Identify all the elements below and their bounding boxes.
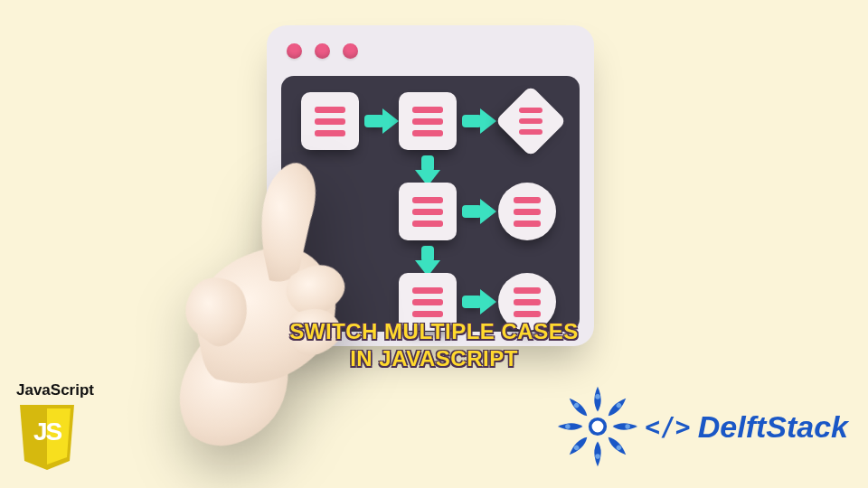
svg-point-5 [595, 454, 600, 459]
delftstack-code-icon: </> [645, 412, 691, 442]
flow-arrow-down [421, 246, 434, 262]
svg-point-7 [565, 424, 571, 429]
traffic-dot-1 [287, 43, 302, 59]
caption-line-2: in Javascript [0, 345, 868, 372]
delftstack-mandala-icon [556, 385, 639, 468]
svg-point-0 [590, 419, 606, 435]
javascript-badge: JavaScript JS [16, 381, 94, 472]
flow-arrow-right [462, 115, 482, 127]
flow-arrow-down [421, 155, 434, 172]
traffic-dot-2 [315, 43, 330, 59]
flow-arrow-right [462, 205, 482, 218]
flow-node-square [399, 183, 457, 240]
flow-node-circle [498, 183, 556, 240]
delftstack-brand-text: DelftStack [698, 409, 848, 445]
svg-point-1 [595, 394, 600, 399]
flow-arrow-right [462, 296, 482, 308]
javascript-shield-text: JS [16, 418, 78, 446]
flow-node-diamond [495, 85, 566, 156]
javascript-label: JavaScript [16, 381, 94, 399]
flow-node-square [399, 92, 457, 150]
delftstack-logo: </> DelftStack [556, 385, 848, 468]
window-titlebar [267, 25, 594, 76]
image-caption: Switch Multiple Cases in Javascript [0, 318, 868, 372]
traffic-dot-3 [343, 43, 358, 59]
svg-point-3 [626, 424, 631, 429]
javascript-shield-icon: JS [16, 403, 78, 472]
caption-line-1: Switch Multiple Cases [0, 318, 868, 345]
